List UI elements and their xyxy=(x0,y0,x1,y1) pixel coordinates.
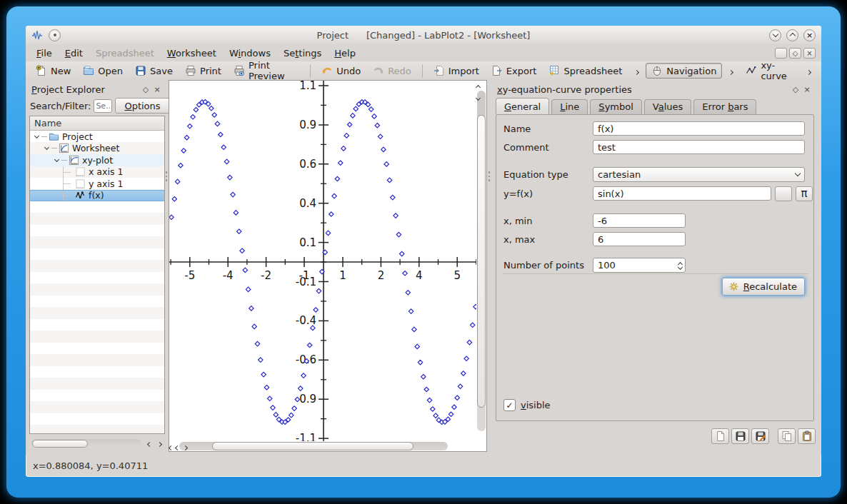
menu-edit[interactable]: Edit xyxy=(59,46,89,60)
curve-icon xyxy=(75,190,86,201)
import-icon xyxy=(433,65,445,76)
search-filter-label: Search/Filter: xyxy=(30,101,91,111)
print-button[interactable]: Print xyxy=(179,63,227,79)
hscroll-left2-icon[interactable] xyxy=(176,441,179,452)
close-button[interactable]: × xyxy=(803,29,816,41)
tree-item-label: x axis 1 xyxy=(89,166,123,177)
tree-item-project[interactable]: Project xyxy=(30,131,164,143)
mouse-icon xyxy=(651,65,663,76)
name-field[interactable] xyxy=(593,121,805,136)
explorer-scroll-left-icon[interactable] xyxy=(148,438,151,448)
expander-icon[interactable] xyxy=(43,145,50,152)
axis-icon xyxy=(75,166,86,177)
gear-icon xyxy=(728,281,739,292)
dock-close-icon[interactable]: × xyxy=(801,84,813,95)
open-button[interactable]: Open xyxy=(77,63,129,79)
tree-item-x-axis-1[interactable]: x axis 1 xyxy=(30,166,164,178)
worksheet-icon xyxy=(59,143,69,153)
toolbar-overflow-icon[interactable] xyxy=(801,66,817,76)
menu-worksheet[interactable]: Worksheet xyxy=(161,46,223,60)
svg-text:1.1: 1.1 xyxy=(299,81,316,92)
minimize-button[interactable] xyxy=(769,29,781,41)
points-label: Number of points xyxy=(503,260,593,271)
worksheet-hscrollbar[interactable] xyxy=(169,441,476,451)
load-template-button[interactable] xyxy=(711,428,729,444)
equation-type-select[interactable]: cartesian xyxy=(593,167,805,182)
window-menu-button[interactable] xyxy=(49,29,61,41)
maximize-button[interactable] xyxy=(786,29,798,41)
mdi-restore-button[interactable] xyxy=(775,48,787,59)
print-preview-icon xyxy=(234,65,245,76)
recalculate-button[interactable]: Recalculate xyxy=(722,278,805,296)
print-icon xyxy=(185,65,196,76)
xmax-field[interactable] xyxy=(593,232,686,246)
expander-icon[interactable] xyxy=(53,156,60,163)
tree-item-y-axis-1[interactable]: y axis 1 xyxy=(30,178,164,190)
spreadsheet-button[interactable]: Spreadsheet xyxy=(543,63,628,79)
mdi-float-button[interactable]: ◇ xyxy=(789,48,801,59)
tab-error-bars[interactable]: Error bars xyxy=(693,99,756,114)
tab-symbol[interactable]: Symbol xyxy=(590,99,641,114)
toolbar-overflow-icon[interactable] xyxy=(628,66,645,76)
general-tab-panel: Name Comment Equation type cartesian xyxy=(496,114,814,421)
toolbar-separator xyxy=(310,64,311,78)
mdi-close-button[interactable]: × xyxy=(803,48,816,59)
left-splitter-handle[interactable] xyxy=(165,168,168,184)
copy-button[interactable] xyxy=(778,428,796,444)
main-toolbar: NewOpenSavePrintPrint PreviewUndoRedoImp… xyxy=(26,61,821,80)
search-input[interactable] xyxy=(94,99,112,113)
plot-canvas[interactable]: -5-4-2-112451.10.90.60.40.1-0.1-0.4-0.6-… xyxy=(169,81,476,441)
export-button[interactable]: Export xyxy=(486,63,543,79)
project-tree: Name ProjectWorksheetxy-plotx axis 1y ax… xyxy=(29,116,165,434)
xmin-field[interactable] xyxy=(593,213,686,228)
visible-label: visible xyxy=(521,400,551,410)
undo-button[interactable]: Undo xyxy=(316,63,366,79)
save-edit-template-button[interactable] xyxy=(751,428,769,444)
navigation-button[interactable]: Navigation xyxy=(646,63,722,79)
svg-text:-4: -4 xyxy=(223,269,234,282)
hscroll-left-icon[interactable] xyxy=(169,441,173,452)
scroll-up-icon[interactable] xyxy=(476,81,480,91)
paste-button[interactable] xyxy=(798,428,816,444)
new-button[interactable]: New xyxy=(30,63,76,79)
functions-button[interactable] xyxy=(775,186,792,201)
redo-icon xyxy=(373,65,384,76)
worksheet-vscrollbar[interactable] xyxy=(476,81,486,441)
points-spinbox[interactable]: 100 xyxy=(593,258,686,273)
toolbar-overflow-icon[interactable] xyxy=(723,66,739,76)
worksheet-view[interactable]: -5-4-2-112451.10.90.60.40.1-0.1-0.4-0.6-… xyxy=(169,80,487,452)
xmin-label: x, min xyxy=(503,216,593,226)
constants-pi-button[interactable]: π xyxy=(796,186,813,201)
tab-general[interactable]: General xyxy=(496,98,549,114)
expander-icon[interactable] xyxy=(33,133,40,140)
explorer-scroll-right-icon[interactable] xyxy=(156,438,163,448)
menu-help[interactable]: Help xyxy=(328,46,362,60)
undo-icon xyxy=(321,65,333,76)
dock-float-icon[interactable]: ◇ xyxy=(790,84,801,95)
svg-text:0.9: 0.9 xyxy=(299,119,316,131)
right-splitter-handle[interactable] xyxy=(488,168,491,184)
dock-float-icon[interactable]: ◇ xyxy=(140,84,151,95)
import-button[interactable]: Import xyxy=(428,63,485,79)
tree-item-xy-plot[interactable]: xy-plot xyxy=(30,154,164,166)
menu-file[interactable]: File xyxy=(30,46,59,60)
save-template-button[interactable] xyxy=(731,428,749,444)
xy-plot-icon xyxy=(69,155,79,166)
tree-item-f-x-[interactable]: f(x) xyxy=(30,190,164,202)
titlebar[interactable]: Project [Changed] - LabPlot2 - [Workshee… xyxy=(26,26,821,44)
comment-field[interactable] xyxy=(593,140,805,154)
tab-values[interactable]: Values xyxy=(644,99,691,114)
options-button[interactable]: Options xyxy=(115,98,169,114)
visible-checkbox[interactable]: ✓ xyxy=(503,399,516,411)
tree-branch-line xyxy=(63,166,74,178)
tree-item-worksheet[interactable]: Worksheet xyxy=(30,143,164,155)
dock-close-icon[interactable]: × xyxy=(151,84,163,95)
tab-line[interactable]: Line xyxy=(551,99,588,114)
xy-curve-icon xyxy=(746,65,757,76)
template-buttons xyxy=(711,428,816,444)
minimize-icon xyxy=(772,31,778,37)
svg-text:0.6: 0.6 xyxy=(299,158,316,171)
explorer-hscrollbar[interactable] xyxy=(31,439,141,448)
save-button[interactable]: Save xyxy=(129,63,179,79)
function-field[interactable] xyxy=(593,186,771,201)
